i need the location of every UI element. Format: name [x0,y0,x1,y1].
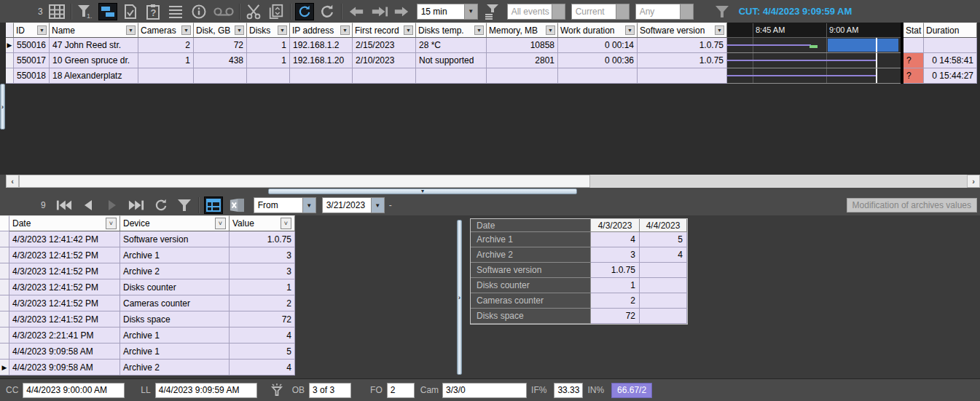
cell-device[interactable]: Software version [120,231,230,247]
cell-disks[interactable]: 1 [247,53,290,68]
voicemail-icon[interactable] [213,3,235,20]
pivot-panel-splitter[interactable]: › [457,220,462,375]
fo-input[interactable]: 2 [387,383,415,398]
cell-name[interactable]: 10 Green spruce dr. [50,53,138,68]
cell-cameras[interactable]: 1 [138,53,194,68]
chevron-down-icon[interactable]: ▼ [340,25,350,35]
next-record-icon[interactable] [103,196,122,214]
excel-icon[interactable] [227,196,246,214]
chevron-down-icon[interactable]: ▼ [371,198,384,213]
cell-device[interactable]: Archive 1 [120,344,230,360]
any-filter-select[interactable]: Any [635,4,694,20]
cell-work-duration[interactable] [558,68,638,84]
pivot-header-col1[interactable]: 4/3/2023 [591,219,640,232]
combo-arrow-icon[interactable]: ˅ [215,218,226,229]
info-icon[interactable] [189,3,208,20]
cell-ip[interactable] [290,68,353,84]
refresh-icon[interactable] [318,3,337,20]
pivot-value-2[interactable] [640,278,687,293]
cell-date[interactable]: 4/3/2023 12:41:52 PM [9,295,120,311]
from-mode-select[interactable]: From ▼ [254,197,316,213]
chevron-down-icon[interactable] [552,4,565,19]
ll-input[interactable]: 4/4/2023 9:09:59 AM [155,383,257,398]
cell-value[interactable]: 4 [230,360,295,376]
chevron-down-icon[interactable]: ▼ [404,25,413,35]
table-icon[interactable] [204,196,223,214]
cell-software-version[interactable] [638,68,727,84]
pivot-value-1[interactable]: 1 [591,278,640,293]
funnel-icon[interactable] [175,196,194,214]
chevron-down-icon[interactable]: ▼ [464,4,477,19]
cell-device[interactable]: Disks space [120,311,230,327]
modification-of-archives-button[interactable]: Modification of archives values [847,198,977,213]
pivot-value-2[interactable] [640,309,687,324]
timeline-cell[interactable] [727,53,901,68]
cell-disks[interactable] [247,68,290,84]
cell-disks-temp[interactable]: 28 *C [416,38,487,53]
interval-select[interactable]: 15 min ▼ [417,4,478,20]
from-date-select[interactable]: 3/21/2023 ▼ [322,197,385,213]
cell-date[interactable]: 4/4/2023 9:09:58 AM [9,360,120,376]
cell-name[interactable]: 47 John Reed str. [50,38,138,53]
forward-arrow-icon[interactable] [392,3,411,20]
document-check-icon[interactable] [121,3,140,20]
cell-disks-temp[interactable]: Not supported [416,53,487,68]
pivot-value-2[interactable]: 5 [640,232,687,247]
cell-value[interactable]: 3 [230,263,295,279]
col-header-first-record[interactable]: First record▼ [353,23,416,38]
cell-disks-temp[interactable] [416,68,487,84]
panel-splitter[interactable]: ▾ [268,188,577,194]
ob-input[interactable]: 3 of 3 [309,383,351,398]
cell-work-duration[interactable]: 0 00:14 [558,38,638,53]
chevron-down-icon[interactable] [616,4,629,19]
cell-memory[interactable] [487,68,558,84]
cell-software-version[interactable]: 1.0.75 [638,53,727,68]
chevron-down-icon[interactable]: ▼ [715,25,724,35]
cell-duration[interactable]: 0 14:58:41 [924,53,977,68]
pivot-value-1[interactable]: 2 [591,293,640,309]
cell-value[interactable]: 72 [230,311,295,327]
cell-device[interactable]: Cameras counter [120,295,230,311]
pivot-value-1[interactable]: 3 [591,247,640,263]
left-panel-splitter[interactable]: › [0,84,5,130]
cell-date[interactable]: 4/3/2023 12:41:42 PM [9,231,120,247]
cell-id[interactable]: 550016 [14,38,50,53]
pivot-value-1[interactable]: 72 [591,309,640,324]
scrollbar-thumb[interactable] [19,175,590,188]
if-input[interactable]: 33.33 [554,383,583,398]
col-header-value[interactable]: Value˅ [230,215,295,231]
cell-ip[interactable]: 192.168.1.2 [290,38,353,53]
cell-disks[interactable]: 1 [247,38,290,53]
funnel-spark-icon[interactable] [267,381,286,399]
cell-device[interactable]: Archive 1 [120,327,230,344]
cell-disk-gb[interactable]: 72 [194,38,247,53]
prev-record-icon[interactable] [79,196,98,214]
cell-cameras[interactable] [138,68,194,84]
col-header-disk-gb[interactable]: Disk, GB▼ [194,23,247,38]
col-header-disks-temp[interactable]: Disks temp.▼ [416,23,487,38]
combo-arrow-icon[interactable]: ˅ [106,218,117,229]
chevron-down-icon[interactable]: ▼ [278,25,287,35]
cell-first-record[interactable]: 2/10/2023 [353,53,416,68]
cell-value[interactable]: 3 [230,247,295,263]
col-header-id[interactable]: ID▼ [14,23,50,38]
panels-icon[interactable] [98,3,117,20]
cell-software-version[interactable]: 1.0.75 [638,38,727,53]
back-arrow-icon[interactable] [347,3,366,20]
chevron-down-icon[interactable]: ▼ [302,198,315,213]
chevron-down-icon[interactable]: ▼ [126,25,136,35]
cell-work-duration[interactable]: 0 00:36 [558,53,638,68]
cell-date[interactable]: 4/3/2023 2:21:41 PM [9,327,120,344]
chevron-down-icon[interactable]: ▼ [37,25,47,35]
cell-device[interactable]: Archive 2 [120,263,230,279]
scroll-right-icon[interactable]: › [967,175,980,188]
pivot-value-2[interactable] [640,293,687,309]
cell-first-record[interactable] [353,68,416,84]
devices-hscrollbar[interactable]: ‹ › [6,175,980,188]
cam-input[interactable]: 3/3/0 [442,383,527,398]
list-icon[interactable] [166,3,185,20]
cell-value[interactable]: 2 [230,295,295,311]
cell-date[interactable]: 4/3/2023 12:41:52 PM [9,247,120,263]
cell-stat[interactable]: ? [903,68,924,84]
refresh-doc-icon[interactable] [295,3,314,20]
